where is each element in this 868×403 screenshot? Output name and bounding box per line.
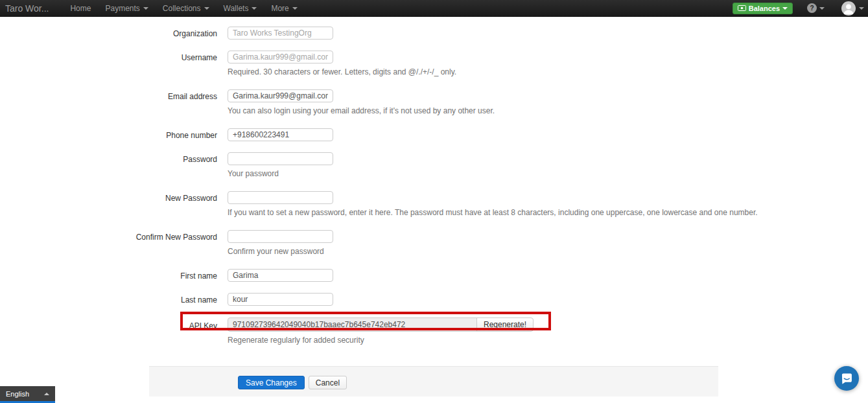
- nav-item-payments[interactable]: Payments: [98, 0, 155, 16]
- save-changes-button[interactable]: Save Changes: [238, 376, 305, 389]
- chevron-down-icon: [292, 7, 298, 10]
- field-label: Password: [0, 152, 228, 178]
- nav-item-wallets[interactable]: Wallets: [217, 0, 264, 16]
- nav-item-more[interactable]: More: [264, 0, 304, 16]
- field-label: Email address: [0, 89, 228, 115]
- help-text: Your password: [228, 169, 333, 178]
- chevron-down-icon: [204, 7, 209, 10]
- help-text: Regenerate regularly for added security: [228, 336, 534, 345]
- field-label: Username: [0, 51, 228, 76]
- help-icon: ?: [807, 3, 817, 13]
- form-row-api-key: API Key Regenerate! Regenerate regularly…: [0, 317, 868, 345]
- nav-item-collections[interactable]: Collections: [156, 0, 217, 16]
- help-text: Confirm your new password: [228, 247, 333, 256]
- field-label: First name: [0, 269, 228, 282]
- nav-item-label: More: [271, 4, 288, 13]
- form-row-password: Password Your password: [0, 152, 868, 178]
- help-menu[interactable]: ?: [807, 3, 825, 13]
- new-password-field[interactable]: [228, 191, 333, 204]
- main-nav: Home Payments Collections Wallets More: [56, 0, 304, 16]
- password-field[interactable]: [228, 152, 333, 165]
- profile-settings-form: Organization Username Required. 30 chara…: [0, 17, 868, 397]
- chevron-down-icon: [859, 7, 864, 10]
- form-row-confirm-password: Confirm New Password Confirm your new pa…: [0, 230, 868, 256]
- form-row-last-name: Last name: [0, 293, 868, 306]
- chevron-down-icon: [782, 7, 788, 10]
- field-label: Confirm New Password: [0, 230, 228, 256]
- form-row-username: Username Required. 30 characters or fewe…: [0, 51, 868, 76]
- language-selector[interactable]: English: [0, 386, 55, 403]
- chat-bubble-icon: [840, 372, 853, 385]
- nav-item-home[interactable]: Home: [63, 0, 98, 16]
- chevron-down-icon: [252, 7, 257, 10]
- balances-label: Balances: [749, 5, 780, 12]
- organization-field[interactable]: [228, 27, 333, 40]
- nav-item-label: Payments: [105, 4, 139, 13]
- help-text: If you want to set a new password, enter…: [228, 208, 758, 217]
- field-label: Phone number: [0, 128, 228, 141]
- field-label: API Key: [0, 317, 228, 345]
- navbar-right-group: Balances ?: [733, 1, 868, 16]
- field-label: Organization: [0, 27, 228, 40]
- help-text: Required. 30 characters or fewer. Letter…: [228, 67, 456, 76]
- form-row-phone: Phone number: [0, 128, 868, 141]
- last-name-field[interactable]: [228, 293, 333, 306]
- chat-launcher-button[interactable]: [834, 366, 859, 391]
- username-field[interactable]: [228, 51, 333, 63]
- form-row-new-password: New Password If you want to set a new pa…: [0, 191, 868, 217]
- regenerate-button[interactable]: Regenerate!: [476, 317, 534, 332]
- confirm-new-password-field[interactable]: [228, 230, 333, 243]
- field-label: New Password: [0, 191, 228, 217]
- phone-number-field[interactable]: [228, 128, 333, 141]
- form-actions-bar: Save Changes Cancel: [149, 366, 718, 397]
- balances-button[interactable]: Balances: [733, 3, 793, 14]
- api-key-input-group: Regenerate!: [228, 317, 534, 332]
- person-icon: [841, 1, 856, 16]
- language-label: English: [6, 390, 29, 398]
- brand-title[interactable]: Taro Wor...: [0, 3, 56, 14]
- banknote-icon: [738, 5, 746, 11]
- avatar: [841, 1, 856, 16]
- top-navbar: Taro Wor... Home Payments Collections Wa…: [0, 0, 868, 17]
- email-field[interactable]: [228, 89, 333, 102]
- nav-item-label: Collections: [163, 4, 201, 13]
- nav-item-label: Home: [70, 4, 91, 13]
- form-row-email: Email address You can also login using y…: [0, 89, 868, 115]
- first-name-field[interactable]: [228, 269, 333, 282]
- chevron-down-icon: [819, 7, 825, 10]
- nav-item-label: Wallets: [224, 4, 249, 13]
- chevron-down-icon: [143, 7, 148, 10]
- chevron-up-icon: [44, 393, 49, 395]
- form-row-first-name: First name: [0, 269, 868, 282]
- field-label: Last name: [0, 293, 228, 306]
- user-menu[interactable]: [841, 1, 864, 16]
- help-text: You can also login using your email addr…: [228, 106, 495, 115]
- cancel-button[interactable]: Cancel: [309, 376, 347, 389]
- api-key-field: [228, 317, 477, 332]
- form-row-organization: Organization: [0, 27, 868, 40]
